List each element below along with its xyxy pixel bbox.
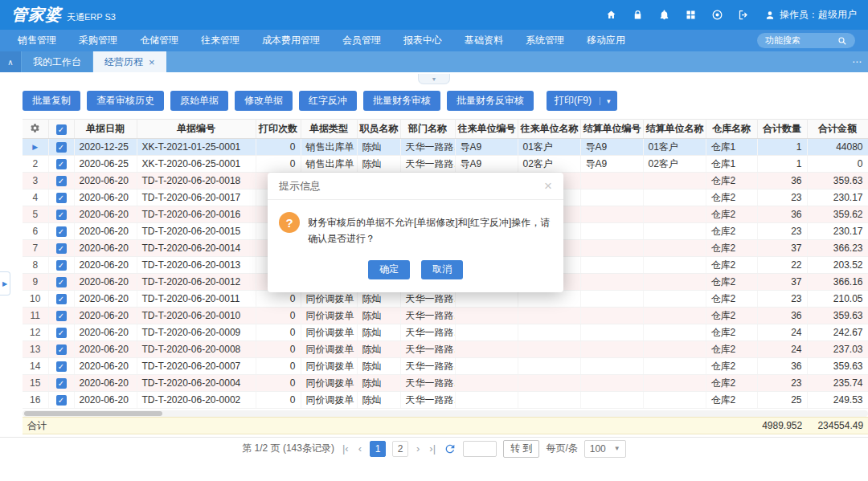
cell-doc-no: TD-T-2020-06-20-0010 xyxy=(137,308,256,324)
column-header-partner-code[interactable]: 往来单位编号 xyxy=(455,120,518,139)
column-header-date[interactable]: 单据日期 xyxy=(74,120,137,139)
table-row[interactable]: 13 ✓ 2020-06-20 TD-T-2020-06-20-0008 0 同… xyxy=(23,341,868,358)
tab-close-icon[interactable]: × xyxy=(149,57,155,67)
row-checkbox[interactable]: ✓ xyxy=(48,139,74,156)
original-doc-button[interactable]: 原始单据 xyxy=(170,91,228,111)
tab-overflow-icon[interactable]: ⋯ xyxy=(845,51,868,72)
cell-partner-name xyxy=(518,291,580,308)
per-page-select[interactable]: 100 ▼ xyxy=(584,440,626,458)
apps-icon[interactable] xyxy=(685,9,697,21)
column-header-dept[interactable]: 部门名称 xyxy=(400,120,455,139)
row-checkbox[interactable]: ✓ xyxy=(48,274,74,291)
modify-doc-button[interactable]: 修改单据 xyxy=(235,91,293,111)
row-checkbox[interactable]: ✓ xyxy=(48,257,74,274)
cancel-button[interactable]: 取消 xyxy=(421,260,463,279)
column-header-settle-name[interactable]: 结算单位名称 xyxy=(643,120,706,139)
menu-item-partners[interactable]: 往来管理 xyxy=(190,30,251,51)
row-checkbox[interactable]: ✓ xyxy=(48,308,74,324)
column-header-print-count[interactable]: 打印次数 xyxy=(256,120,301,139)
bell-icon[interactable] xyxy=(658,9,670,21)
select-all-checkbox[interactable]: ✓ xyxy=(48,120,74,139)
last-page-icon[interactable]: ›| xyxy=(428,442,437,455)
row-checkbox[interactable]: ✓ xyxy=(48,223,74,240)
tab-business-history[interactable]: 经营历程 × xyxy=(93,51,166,72)
operator-menu[interactable]: 操作员：超级用户 xyxy=(764,8,857,22)
menu-item-mobile[interactable]: 移动应用 xyxy=(575,30,637,51)
cell-doc-type: 同价调拨单 xyxy=(301,358,357,375)
lock-icon[interactable] xyxy=(632,9,644,21)
batch-finance-unaudit-button[interactable]: 批量财务反审核 xyxy=(447,91,534,111)
goto-page-button[interactable]: 转 到 xyxy=(503,440,539,458)
column-header-amount[interactable]: 合计金额 xyxy=(807,120,868,139)
table-row[interactable]: ▶ ✓ 2020-12-25 XK-T-2021-01-25-0001 0 销售… xyxy=(23,139,868,156)
row-checkbox[interactable]: ✓ xyxy=(48,206,74,223)
horizontal-scrollbar-thumb[interactable] xyxy=(24,411,162,416)
column-settings-gear-icon[interactable] xyxy=(23,120,48,139)
table-row[interactable]: 15 ✓ 2020-06-20 TD-T-2020-06-20-0004 0 同… xyxy=(23,375,868,392)
row-checkbox[interactable]: ✓ xyxy=(48,173,74,190)
logout-icon[interactable] xyxy=(738,9,750,21)
menu-item-basedata[interactable]: 基础资料 xyxy=(453,30,514,51)
view-audit-history-button[interactable]: 查看审核历史 xyxy=(87,91,164,111)
print-button[interactable]: 打印(F9) ▾ xyxy=(547,91,617,111)
menu-item-sales[interactable]: 销售管理 xyxy=(6,30,68,51)
cell-partner-code xyxy=(455,308,518,324)
cell-warehouse: 仓库2 xyxy=(706,274,757,291)
goto-page-input[interactable] xyxy=(463,441,497,457)
filter-collapse-button[interactable]: ▼ xyxy=(418,74,450,84)
cell-date: 2020-06-20 xyxy=(74,341,137,358)
prev-page-icon[interactable]: ‹ xyxy=(357,442,363,455)
cell-settle-name xyxy=(643,223,706,240)
column-header-staff[interactable]: 职员名称 xyxy=(357,120,400,139)
tabs-collapse-icon[interactable]: ∧ xyxy=(0,51,21,72)
refresh-icon[interactable] xyxy=(444,442,457,455)
home-icon[interactable] xyxy=(605,9,617,21)
tab-workbench[interactable]: 我的工作台 xyxy=(22,51,92,72)
row-checkbox[interactable]: ✓ xyxy=(48,341,74,358)
row-checkbox[interactable]: ✓ xyxy=(48,358,74,375)
table-row[interactable]: 2 ✓ 2020-06-25 XK-T-2020-06-25-0001 0 销售… xyxy=(23,156,868,173)
side-panel-toggle[interactable]: ▶ xyxy=(0,271,10,296)
page-button-1[interactable]: 1 xyxy=(370,441,386,457)
menu-item-reports[interactable]: 报表中心 xyxy=(392,30,453,51)
menu-item-warehouse[interactable]: 仓储管理 xyxy=(129,30,190,51)
column-header-settle-code[interactable]: 结算单位编号 xyxy=(580,120,643,139)
column-header-doc-type[interactable]: 单据类型 xyxy=(301,120,357,139)
confirm-button[interactable]: 确定 xyxy=(368,260,410,279)
batch-finance-audit-button[interactable]: 批量财务审核 xyxy=(363,91,440,111)
menu-item-system[interactable]: 系统管理 xyxy=(514,30,575,51)
column-header-partner-name[interactable]: 往来单位名称 xyxy=(518,120,580,139)
column-header-warehouse[interactable]: 仓库名称 xyxy=(706,120,757,139)
column-header-doc-no[interactable]: 单据编号 xyxy=(137,120,256,139)
column-header-qty[interactable]: 合计数量 xyxy=(757,120,807,139)
table-row[interactable]: 12 ✓ 2020-06-20 TD-T-2020-06-20-0009 0 同… xyxy=(23,324,868,341)
row-index: 16 xyxy=(23,392,48,409)
menu-item-members[interactable]: 会员管理 xyxy=(331,30,392,51)
page-button-2[interactable]: 2 xyxy=(392,441,408,457)
next-page-icon[interactable]: › xyxy=(415,442,421,455)
row-checkbox[interactable]: ✓ xyxy=(48,324,74,341)
batch-copy-button[interactable]: 批量复制 xyxy=(23,91,80,111)
row-checkbox[interactable]: ✓ xyxy=(48,240,74,257)
menu-item-purchase[interactable]: 采购管理 xyxy=(68,30,129,51)
cell-print-count: 0 xyxy=(256,358,301,375)
row-checkbox[interactable]: ✓ xyxy=(48,392,74,409)
search-icon xyxy=(837,36,847,46)
row-checkbox[interactable]: ✓ xyxy=(48,156,74,173)
service-icon[interactable] xyxy=(711,9,723,21)
table-row[interactable]: 10 ✓ 2020-06-20 TD-T-2020-06-20-0011 0 同… xyxy=(23,291,868,308)
print-dropdown-icon[interactable]: ▾ xyxy=(600,97,617,105)
dialog-close-icon[interactable]: × xyxy=(544,179,552,193)
row-checkbox[interactable]: ✓ xyxy=(48,291,74,308)
chevron-down-icon: ▼ xyxy=(614,445,620,452)
first-page-icon[interactable]: |‹ xyxy=(341,442,350,455)
menu-item-cost[interactable]: 成本费用管理 xyxy=(251,30,331,51)
cell-doc-type: 销售出库单 xyxy=(301,139,357,156)
row-checkbox[interactable]: ✓ xyxy=(48,190,74,206)
red-reversal-button[interactable]: 红字反冲 xyxy=(299,91,357,111)
table-row[interactable]: 14 ✓ 2020-06-20 TD-T-2020-06-20-0007 0 同… xyxy=(23,358,868,375)
function-search[interactable]: 功能搜索 xyxy=(757,33,855,48)
table-row[interactable]: 16 ✓ 2020-06-20 TD-T-2020-06-20-0002 0 同… xyxy=(23,392,868,409)
table-row[interactable]: 11 ✓ 2020-06-20 TD-T-2020-06-20-0010 0 同… xyxy=(23,308,868,324)
row-checkbox[interactable]: ✓ xyxy=(48,375,74,392)
